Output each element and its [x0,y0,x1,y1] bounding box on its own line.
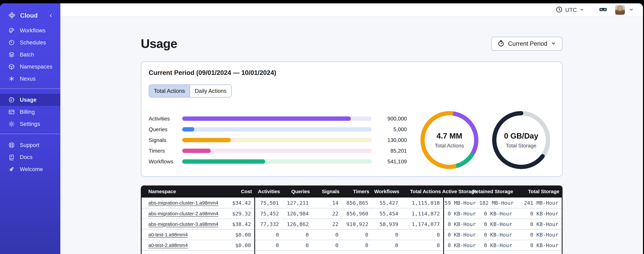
stopwatch-icon [497,40,505,48]
bar-track [182,116,372,121]
table-cell: 0 [342,240,372,250]
namespace-link[interactable]: abs-migration-cluster-1.a98mm4 [148,200,218,206]
tab-total-actions[interactable]: Total Actions [149,85,190,97]
sidebar-item-label: Support [20,142,40,148]
chart-area: Activities 900,000Queries 5,000Signals 1… [149,110,554,170]
sidebar-item-settings[interactable]: Settings [0,118,60,130]
app-window: Cloud Workflows Schedules Batch Namespac… [0,3,643,254]
table-cell: 0 KB-Hour [479,219,516,229]
table-cell: 1,174,077 [402,219,443,229]
brand-label: Cloud [20,12,48,19]
sidebar-item-label: Billing [20,109,35,115]
column-header-timers: Timers [342,186,372,198]
bar-label: Signals [149,137,178,143]
table-cell: 0 [342,229,372,240]
table-cell: 58,939 [372,219,402,229]
table-cell: 0 KB-Hour [443,219,479,229]
workflows-icon [8,27,15,34]
column-header-signals: Signals [312,186,342,198]
bar-value: 5,000 [379,126,407,132]
table-row: abs-migration-cluster-1.a98mm4$34.4275,5… [142,198,562,208]
nexus-icon [8,75,15,82]
donut-label: Total Storage [506,143,536,149]
billing-icon [8,108,15,116]
column-header-namespace: Namespace [142,186,226,198]
period-selector-button[interactable]: Current Period [491,37,562,51]
sidebar-item-usage[interactable]: Usage [0,94,60,106]
sidebar-item-namespaces[interactable]: Namespaces [0,61,60,73]
docs-icon [8,154,15,161]
namespace-link[interactable]: a0-test-1.a98mm4 [148,232,188,238]
period-selector-label: Current Period [508,40,547,47]
settings-icon [8,120,15,128]
sidebar-item-workflows[interactable]: Workflows [0,24,60,36]
table-cell: 0 [282,229,312,240]
feedback-glasses-button[interactable] [599,5,608,14]
table-cell: 0 [372,229,402,240]
usage-summary-card: Current Period (09/01/2024 — 10/01/2024)… [141,62,562,177]
table-cell: 0 KB-Hour [479,208,516,219]
sidebar-brand[interactable]: Cloud [0,9,60,22]
bar-fill [182,159,265,164]
table-cell: 910,922 [342,219,372,229]
table-cell: 127,211 [282,198,312,208]
tab-daily-actions[interactable]: Daily Actions [190,85,231,97]
schedules-icon [8,39,15,46]
sidebar-item-support[interactable]: Support [0,139,60,151]
user-menu[interactable] [615,5,634,15]
sidebar: Cloud Workflows Schedules Batch Namespac… [0,3,60,254]
glasses-icon [599,5,608,14]
bar-value: 541,109 [379,158,407,165]
table-cell: 0 KB-Hour [479,229,516,240]
column-header-workflows: Workflows [372,186,402,198]
table-cell: 1 [372,250,402,254]
bar-row-timers: Timers 85,201 [149,148,407,153]
sidebar-item-welcome[interactable]: Welcome [0,163,60,175]
table-cell: 0 [282,250,312,254]
topbar: UTC [60,3,643,17]
table-cell: 0 KB-Hour [516,240,562,250]
main-area: UTC Usage Current Period [60,3,643,254]
timezone-selector[interactable]: UTC [556,6,584,14]
namespace-link[interactable]: abs-migration-cluster-3.a98mm4 [148,222,218,227]
page-head: Usage Current Period [141,36,562,51]
namespace-link[interactable]: bk-worker-test.a98mm4 [148,253,200,254]
sidebar-item-schedules[interactable]: Schedules [0,36,60,48]
donut-center: 0 GB/Day Total Storage [491,110,551,170]
donut-center: 4.7 MM Total Actions [420,110,479,170]
bar-label: Queries [149,126,178,132]
sidebar-collapse-button[interactable] [48,13,54,18]
table-cell: 0 [342,250,372,254]
bar-row-signals: Signals 130,000 [149,138,407,142]
table-cell: 0 [402,229,443,240]
table-cell: 0 KB-Hour [443,208,479,219]
table-row: abs-migration-cluster-3.a98mm4$38.4277,3… [142,219,562,229]
sidebar-item-billing[interactable]: Billing [0,106,60,118]
sidebar-item-label: Workflows [20,27,46,34]
bar-row-activities: Activities 900,000 [149,116,407,121]
sidebar-nav-account: Usage Billing Settings [0,92,60,130]
column-header-total-actions: Total Actions [402,186,443,198]
namespace-link[interactable]: abs-migration-cluster-2.a98mm4 [148,211,218,216]
table-cell: 1 [402,250,443,254]
chevron-down-icon [551,40,556,47]
table-cell: 55,427 [372,198,402,208]
batch-icon [8,51,15,58]
namespace-link[interactable]: a0-test-2.a98mm4 [148,242,188,248]
sidebar-item-docs[interactable]: Docs [0,151,60,163]
namespaces-icon [8,63,15,70]
table-cell: 0 [312,229,342,240]
card-title: Current Period (09/01/2024 — 10/01/2024) [149,69,554,76]
table-cell: 0 KB-Hour [479,250,516,254]
sidebar-divider [0,134,60,134]
table-cell: 0 KB-Hour [516,219,562,229]
table-cell: 0 [372,240,402,250]
table-cell: 0 [312,250,342,254]
table-cell: 1,114,872 [402,208,443,219]
usage-icon [8,96,15,104]
bar-fill [182,116,351,121]
sidebar-item-nexus[interactable]: Nexus [0,73,60,85]
table-cell: 856,960 [342,208,372,219]
sidebar-item-batch[interactable]: Batch [0,48,60,61]
table-cell: 22 [312,219,342,229]
